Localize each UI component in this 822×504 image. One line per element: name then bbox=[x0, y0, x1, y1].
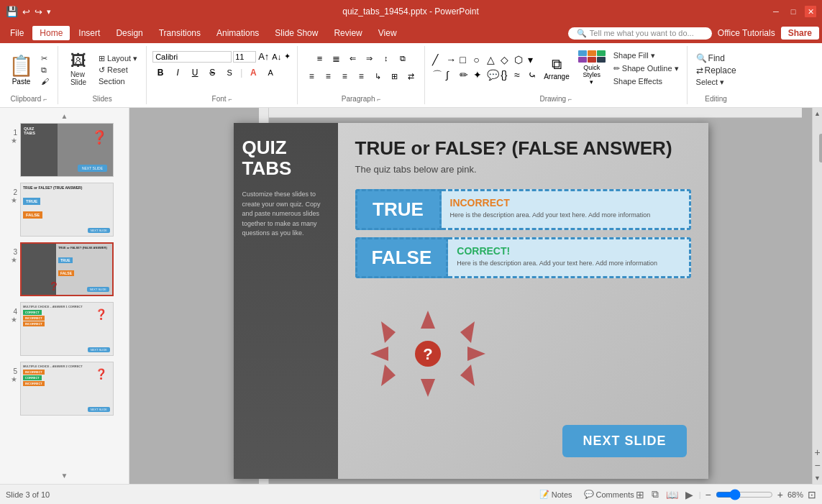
share-button[interactable]: Share bbox=[781, 27, 819, 40]
zoom-in-button[interactable]: + bbox=[777, 489, 783, 500]
shape-triangle[interactable]: △ bbox=[485, 52, 498, 67]
zoom-out-button[interactable]: − bbox=[705, 489, 711, 500]
italic-button[interactable]: I bbox=[170, 65, 186, 81]
shape-bracket[interactable]: {} bbox=[499, 68, 512, 83]
zoom-in-side[interactable]: + bbox=[814, 446, 820, 458]
strikethrough-button[interactable]: S bbox=[204, 65, 220, 81]
text-highlight-button[interactable]: A bbox=[262, 65, 278, 81]
shape-outline-button[interactable]: ✏ Shape Outline ▾ bbox=[611, 63, 681, 74]
slide-thumb-3[interactable]: 3 ★ TRUE or FALSE? (FALSE ANSWER) TRUE F… bbox=[3, 241, 126, 298]
shape-callout[interactable]: 💬 bbox=[485, 68, 498, 83]
scroll-down-button[interactable]: ▼ bbox=[813, 472, 822, 484]
slide-thumb-img-2[interactable]: TRUE or FALSE? (TRUE ANSWER) TRUE FALSE … bbox=[20, 183, 114, 237]
text-shadow-button[interactable]: S bbox=[222, 65, 237, 81]
convert-button[interactable]: ⇄ bbox=[403, 68, 419, 84]
text-direction-button[interactable]: ↳ bbox=[370, 68, 385, 84]
slide-thumb-2[interactable]: 2 ★ TRUE or FALSE? (TRUE ANSWER) TRUE FA… bbox=[3, 181, 126, 238]
menu-transitions[interactable]: Transitions bbox=[152, 26, 208, 40]
line-spacing-button[interactable]: ↕ bbox=[378, 50, 394, 66]
undo-icon[interactable]: ↩ bbox=[22, 6, 30, 17]
numbering-button[interactable]: ≣ bbox=[329, 50, 344, 66]
slide-thumb-img-5[interactable]: MULTIPLE CHOICE – ANSWER 2 CORRECT INCOR… bbox=[20, 362, 114, 416]
shape-effects-button[interactable]: Shape Effects bbox=[611, 76, 681, 86]
section-button[interactable]: Section bbox=[96, 76, 140, 86]
font-color-button[interactable]: A bbox=[245, 65, 261, 81]
slide-thumb-img-3[interactable]: TRUE or FALSE? (FALSE ANSWER) TRUE FALSE… bbox=[20, 242, 114, 296]
justify-button[interactable]: ≡ bbox=[353, 68, 369, 84]
underline-button[interactable]: U bbox=[187, 65, 203, 81]
right-scrollbar[interactable]: ▲ + − ▼ bbox=[812, 108, 822, 484]
slide-thumb-img-1[interactable]: QUIZTABS ❓ NEXT SLIDE bbox=[20, 123, 114, 177]
normal-view-button[interactable]: ⊞ bbox=[634, 487, 646, 502]
menu-slideshow[interactable]: Slide Show bbox=[268, 26, 325, 40]
decrease-indent-button[interactable]: ⇐ bbox=[345, 50, 361, 66]
next-slide-button[interactable]: NEXT SLIDE bbox=[562, 425, 686, 457]
decrease-font-button[interactable]: A↓ bbox=[271, 52, 282, 62]
align-left-button[interactable]: ≡ bbox=[303, 68, 319, 84]
slide-sorter-button[interactable]: ⧉ bbox=[650, 487, 660, 502]
fit-window-button[interactable]: ⊡ bbox=[808, 489, 816, 500]
shape-line[interactable]: ╱ bbox=[431, 52, 444, 67]
panel-scroll-down[interactable]: ▼ bbox=[3, 470, 126, 481]
bullets-button[interactable]: ≡ bbox=[312, 50, 328, 66]
notes-button[interactable]: 📝 Notes bbox=[539, 490, 572, 499]
shape-circle[interactable]: ○ bbox=[472, 52, 485, 67]
comments-button[interactable]: 💬 Comments bbox=[584, 490, 634, 499]
shape-equation[interactable]: ≈ bbox=[513, 68, 526, 83]
menu-view[interactable]: View bbox=[371, 26, 404, 40]
reset-button[interactable]: ↺ Reset bbox=[96, 65, 140, 75]
clear-format-button[interactable]: ✦ bbox=[283, 51, 291, 62]
shape-fill-button[interactable]: Shape Fill ▾ bbox=[611, 50, 681, 61]
bold-button[interactable]: B bbox=[152, 65, 168, 81]
shape-diamond[interactable]: ◇ bbox=[499, 52, 512, 67]
reading-view-button[interactable]: 📖 bbox=[665, 487, 680, 502]
quick-styles-button[interactable]: Quick Styles ▾ bbox=[574, 49, 610, 87]
format-painter-button[interactable]: 🖌 bbox=[38, 76, 52, 86]
slide-thumb-img-4[interactable]: MULTIPLE CHOICE – ANSWER 1 CORRECT CORRE… bbox=[20, 302, 114, 356]
zoom-out-side[interactable]: − bbox=[814, 459, 820, 471]
menu-review[interactable]: Review bbox=[326, 26, 369, 40]
new-slide-button[interactable]: 🖼 NewSlide bbox=[64, 52, 93, 88]
select-button[interactable]: Select ▾ bbox=[693, 77, 739, 88]
menu-design[interactable]: Design bbox=[109, 26, 150, 40]
menu-home[interactable]: Home bbox=[32, 26, 70, 40]
office-tutorials-link[interactable]: Office Tutorials bbox=[718, 28, 775, 38]
align-center-button[interactable]: ≡ bbox=[320, 68, 336, 84]
shape-freeform[interactable]: ✏ bbox=[458, 68, 471, 83]
slideshow-button[interactable]: ▶ bbox=[684, 487, 695, 502]
help-search-box[interactable]: 🔍 Tell me what you want to do... bbox=[568, 27, 712, 40]
paste-button[interactable]: 📋 Paste bbox=[6, 52, 37, 87]
menu-animations[interactable]: Animations bbox=[209, 26, 266, 40]
shape-scroll[interactable]: ⤿ bbox=[526, 68, 539, 83]
find-button[interactable]: 🔍 Find bbox=[693, 52, 739, 64]
copy-button[interactable]: ⧉ bbox=[38, 65, 52, 75]
font-size-input[interactable] bbox=[233, 51, 256, 63]
shape-bezier[interactable]: ∫ bbox=[444, 68, 457, 83]
increase-indent-button[interactable]: ⇒ bbox=[362, 50, 378, 66]
panel-scroll-up[interactable]: ▲ bbox=[3, 111, 126, 122]
shape-star[interactable]: ✦ bbox=[472, 68, 485, 83]
slide-thumb-1[interactable]: 1 ★ QUIZTABS ❓ NEXT SLIDE bbox=[3, 122, 126, 178]
menu-insert[interactable]: Insert bbox=[71, 26, 107, 40]
scroll-thumb[interactable] bbox=[819, 134, 823, 162]
arrange-button[interactable]: ⧉ Arrange bbox=[541, 55, 572, 82]
increase-font-button[interactable]: A↑ bbox=[257, 50, 270, 63]
redo-icon[interactable]: ↪ bbox=[35, 6, 42, 17]
scroll-up-button[interactable]: ▲ bbox=[813, 108, 822, 119]
maximize-button[interactable]: □ bbox=[787, 6, 799, 17]
layout-button[interactable]: ⊞ Layout ▾ bbox=[96, 53, 140, 64]
shape-arrow[interactable]: → bbox=[444, 52, 457, 67]
smart-art-button[interactable]: ⊞ bbox=[386, 68, 402, 84]
zoom-slider[interactable] bbox=[716, 489, 773, 500]
menu-file[interactable]: File bbox=[3, 26, 31, 40]
shape-rect[interactable]: □ bbox=[458, 52, 471, 67]
close-button[interactable]: ✕ bbox=[805, 6, 816, 17]
align-right-button[interactable]: ≡ bbox=[337, 68, 352, 84]
cut-button[interactable]: ✂ bbox=[38, 53, 52, 64]
save-icon[interactable]: 💾 bbox=[6, 6, 18, 17]
minimize-button[interactable]: ─ bbox=[770, 6, 782, 17]
shape-more[interactable]: ▾ bbox=[526, 52, 539, 67]
slide-thumb-4[interactable]: 4 ★ MULTIPLE CHOICE – ANSWER 1 CORRECT C… bbox=[3, 301, 126, 357]
columns-button[interactable]: ⧉ bbox=[395, 50, 411, 66]
font-name-input[interactable] bbox=[152, 51, 232, 63]
